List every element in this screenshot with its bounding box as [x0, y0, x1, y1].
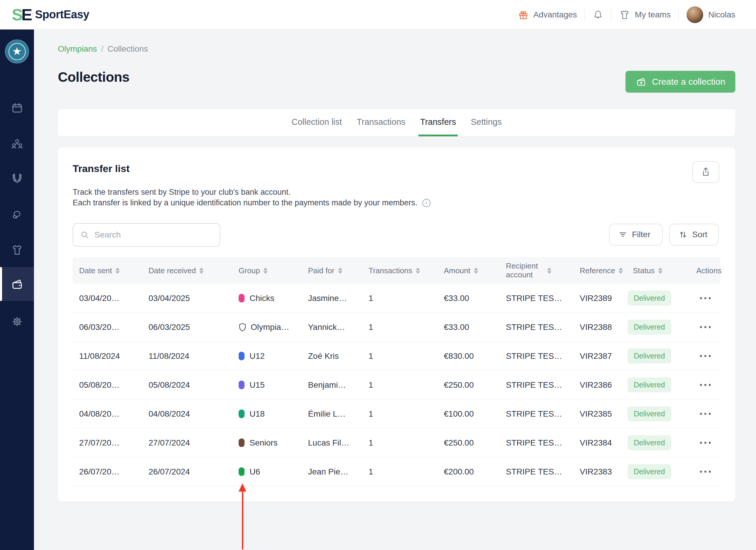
cell-date-sent: 04/08/20… [73, 409, 142, 419]
cell-actions [690, 439, 721, 447]
calendar-icon [11, 102, 23, 114]
cell-status: Delivered [626, 435, 690, 450]
group-color-pill [239, 409, 245, 418]
status-badge: Delivered [628, 464, 671, 479]
row-actions-menu-button[interactable] [697, 294, 714, 302]
cell-recipient-account: STRIPE TES… [499, 438, 573, 448]
table-body: 03/04/20… 03/04/2025 Chicks Jasmine… 1 €… [73, 284, 721, 486]
column-header-actions: Actions [690, 266, 721, 275]
cell-recipient-account: STRIPE TES… [499, 322, 573, 332]
column-header-status[interactable]: Status [626, 266, 690, 275]
status-badge: Delivered [628, 435, 671, 450]
cell-date-received: 27/07/2024 [142, 438, 232, 448]
search-icon [80, 231, 89, 239]
cell-recipient-account: STRIPE TES… [499, 409, 573, 419]
column-header-group[interactable]: Group [232, 266, 302, 275]
cell-paid-for: Jean Pie… [302, 467, 362, 476]
breadcrumb-current: Collections [107, 44, 148, 54]
cell-date-sent: 11/08/2024 [73, 351, 142, 361]
create-collection-button[interactable]: Create a collection [625, 71, 735, 93]
wallet-plus-icon [636, 76, 647, 87]
column-header-date-sent[interactable]: Date sent [73, 266, 142, 275]
user-name: Nicolas [708, 10, 735, 19]
table-row: 04/08/20… 04/08/2024 U18 Émilie L… 1 €10… [73, 399, 721, 428]
column-header-date-received[interactable]: Date received [142, 266, 232, 275]
top-navigation: Advantages My teams Nicolas [518, 6, 744, 23]
cell-amount: €33.00 [437, 322, 499, 332]
jersey-icon [619, 9, 630, 20]
sporteasy-logo[interactable]: SE SportEasy [12, 6, 89, 23]
breadcrumb-club-link[interactable]: Olympians [58, 44, 97, 54]
user-avatar [686, 6, 703, 23]
cell-reference: VIR2386 [573, 380, 626, 390]
sidebar-item-competitions[interactable] [0, 161, 34, 195]
row-actions-menu-button[interactable] [697, 410, 714, 418]
column-header-paid-for[interactable]: Paid for [302, 266, 362, 275]
sort-button[interactable]: Sort [669, 224, 719, 246]
cell-recipient-account: STRIPE TES… [499, 293, 573, 303]
cell-group: U18 [232, 409, 302, 419]
cell-reference: VIR2387 [573, 351, 626, 361]
filter-button[interactable]: Filter [609, 224, 663, 246]
column-header-recipient-account[interactable]: Recipient account [499, 262, 573, 279]
cell-reference: VIR2389 [573, 293, 626, 303]
gift-icon [518, 9, 529, 20]
advantages-link[interactable]: Advantages [518, 9, 577, 20]
export-button[interactable] [692, 161, 719, 183]
tab-transfers[interactable]: Transfers [418, 109, 458, 136]
cell-group: Olympia… [232, 322, 302, 332]
club-badge-logo[interactable] [5, 40, 29, 63]
search-input[interactable] [95, 230, 213, 240]
row-actions-menu-button[interactable] [697, 468, 714, 476]
sidebar-item-messages[interactable] [0, 198, 34, 231]
cell-date-sent: 26/07/20… [73, 467, 142, 476]
create-collection-label: Create a collection [652, 77, 725, 87]
sidebar-item-members[interactable] [0, 128, 34, 161]
sidebar-item-payments[interactable] [0, 267, 34, 301]
group-shield-icon [239, 323, 246, 332]
sort-icon [416, 268, 420, 274]
sort-icon [199, 268, 203, 274]
cell-group: U15 [232, 380, 302, 390]
sidebar-item-settings[interactable] [0, 305, 34, 338]
row-actions-menu-button[interactable] [697, 439, 714, 447]
status-badge: Delivered [628, 290, 671, 306]
row-actions-menu-button[interactable] [697, 323, 714, 331]
info-icon[interactable]: i [422, 199, 431, 207]
cell-actions [690, 468, 721, 476]
cell-paid-for: Zoé Kris [302, 351, 362, 361]
my-teams-link[interactable]: My teams [619, 9, 671, 20]
column-header-reference[interactable]: Reference [573, 266, 626, 275]
cell-date-sent: 03/04/20… [73, 293, 142, 303]
cell-reference: VIR2385 [573, 409, 626, 419]
gear-icon [11, 315, 24, 328]
tab-collection-list[interactable]: Collection list [290, 109, 344, 136]
tab-settings[interactable]: Settings [469, 109, 504, 136]
filter-icon [618, 230, 627, 239]
tab-transactions[interactable]: Transactions [355, 109, 407, 136]
cell-group: U6 [232, 467, 302, 476]
cell-reference: VIR2383 [573, 467, 626, 476]
sidebar-item-equipment[interactable] [0, 234, 34, 267]
column-header-transactions[interactable]: Transactions [362, 266, 437, 275]
group-color-pill [239, 467, 245, 476]
cell-date-received: 26/07/2024 [142, 467, 232, 476]
page-title: Collections [58, 69, 129, 85]
column-header-amount[interactable]: Amount [437, 266, 499, 275]
cell-transactions: 1 [362, 293, 437, 303]
sidebar-item-calendar[interactable] [0, 92, 34, 125]
star-icon [13, 47, 22, 56]
jersey-icon [11, 244, 23, 256]
notifications-bell-icon[interactable] [593, 9, 603, 20]
user-menu[interactable]: Nicolas [686, 6, 735, 23]
card-title: Transfer list [73, 163, 130, 174]
row-actions-menu-button[interactable] [697, 352, 714, 360]
cell-transactions: 1 [362, 322, 437, 332]
sort-icon [474, 268, 478, 274]
cell-actions [690, 323, 721, 331]
cell-recipient-account: STRIPE TES… [499, 351, 573, 361]
row-actions-menu-button[interactable] [697, 381, 714, 389]
divider [611, 8, 611, 21]
cell-amount: €33.00 [437, 293, 499, 303]
sporteasy-logo-icon: SE [12, 6, 31, 23]
